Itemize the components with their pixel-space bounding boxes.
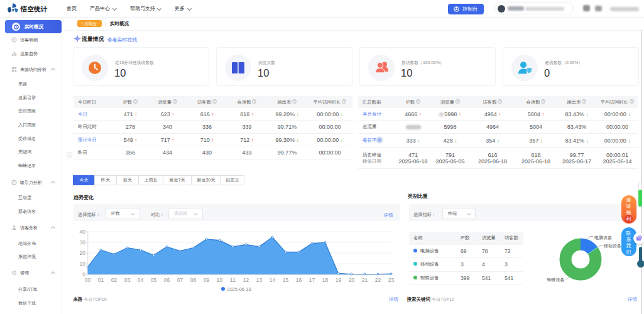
svg-text:17: 17 — [309, 277, 315, 283]
svg-text:15: 15 — [283, 277, 289, 283]
svg-text:02: 02 — [111, 277, 117, 283]
svg-text:13: 13 — [256, 277, 263, 283]
svg-text:2025-06-18: 2025-06-18 — [227, 286, 251, 292]
svg-text:10: 10 — [217, 277, 223, 283]
svg-text:06: 06 — [164, 277, 170, 283]
svg-text:01: 01 — [98, 277, 104, 283]
svg-text:00: 00 — [85, 277, 91, 283]
svg-text:05: 05 — [151, 277, 157, 283]
svg-text:电脑设备: 电脑设备 — [594, 235, 612, 241]
svg-text:12: 12 — [243, 277, 249, 283]
svg-text:16: 16 — [296, 277, 302, 283]
svg-text:40: 40 — [80, 229, 86, 235]
svg-text:07: 07 — [177, 277, 183, 283]
svg-text:03: 03 — [124, 277, 131, 283]
svg-text:04: 04 — [138, 277, 144, 283]
svg-text:11: 11 — [230, 277, 236, 283]
svg-text:20: 20 — [349, 277, 355, 283]
svg-text:14: 14 — [270, 277, 276, 283]
svg-text:30: 30 — [80, 239, 86, 246]
svg-text:22: 22 — [375, 277, 381, 283]
svg-text:18: 18 — [322, 277, 329, 283]
svg-text:20: 20 — [80, 250, 86, 256]
svg-text:08: 08 — [190, 277, 197, 283]
svg-text:23: 23 — [388, 277, 395, 283]
svg-text:19: 19 — [336, 277, 342, 283]
svg-text:09: 09 — [204, 277, 210, 283]
svg-text:21: 21 — [362, 277, 368, 283]
svg-text:蜘蛛设备: 蜘蛛设备 — [547, 278, 565, 283]
svg-text:移动设备: 移动设备 — [604, 244, 621, 249]
svg-text:10: 10 — [80, 261, 86, 267]
